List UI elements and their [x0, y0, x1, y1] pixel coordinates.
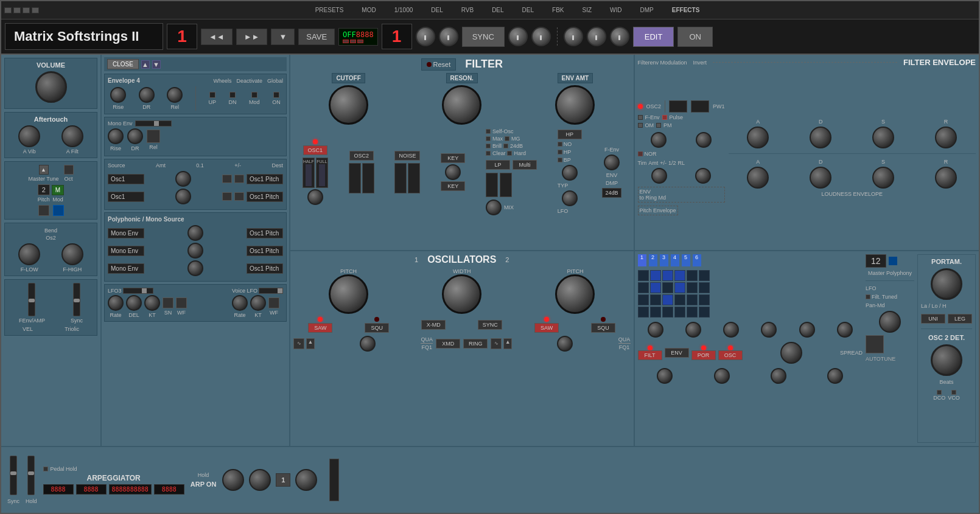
matrix-4-2[interactable]	[650, 307, 661, 318]
mono-rel-box[interactable]	[147, 130, 160, 143]
f-env-check[interactable]	[638, 115, 643, 120]
portam-knob[interactable]	[931, 268, 962, 300]
close-button[interactable]: CLOSE	[107, 59, 139, 69]
f-low-knob[interactable]	[18, 243, 40, 265]
poly-source-2[interactable]: Mono Env	[108, 246, 144, 256]
fe-d-knob[interactable]	[810, 127, 831, 148]
hold-bottom-slider[interactable]	[27, 456, 35, 495]
hp-btn[interactable]: HP	[558, 130, 582, 139]
lfo-knob[interactable]	[562, 190, 578, 206]
poly-num-display[interactable]: 12	[866, 254, 886, 268]
forward-button[interactable]: ►►	[236, 29, 268, 45]
dn-checkbox[interactable]	[229, 92, 236, 98]
on-button[interactable]: ON	[677, 27, 713, 47]
osc1-half-slider[interactable]: HALF	[303, 158, 315, 188]
brill-check[interactable]	[486, 144, 491, 148]
poly-dest-3[interactable]: Osc1 Pitch	[247, 263, 283, 274]
noise-btn[interactable]: NOISE	[394, 151, 420, 161]
matrix-1-1[interactable]	[638, 270, 649, 281]
arp-knob-3[interactable]	[295, 469, 317, 491]
vco-check[interactable]	[951, 390, 956, 395]
matrix-3-6[interactable]	[699, 294, 710, 305]
poly-amt-1[interactable]	[187, 225, 203, 241]
lfo3-rate-knob[interactable]	[108, 295, 124, 311]
bend-box1[interactable]	[38, 205, 49, 216]
matrix-1-4[interactable]	[674, 270, 685, 281]
header-knob-1[interactable]	[416, 27, 435, 46]
filterenv-knob-2[interactable]	[696, 132, 712, 148]
win-btn-min[interactable]	[13, 7, 21, 13]
voice-6-btn[interactable]: 6	[693, 254, 701, 266]
filt-tuned-check[interactable]	[866, 294, 870, 299]
matrix-4-4[interactable]	[674, 307, 685, 318]
osc-width-knob[interactable]	[442, 274, 481, 314]
matrix-3-1[interactable]	[638, 294, 649, 305]
noise-full-slider[interactable]	[408, 163, 420, 193]
saw2-btn[interactable]: SAW	[534, 323, 559, 333]
self-osc-check[interactable]	[486, 129, 491, 134]
osc1-btn[interactable]: OSC1	[303, 145, 327, 155]
bp-check[interactable]	[558, 158, 562, 162]
ring-btn[interactable]: RING	[463, 339, 488, 349]
lp-btn[interactable]: LP	[486, 160, 510, 170]
header-knob-7[interactable]	[610, 27, 629, 46]
voice-wf-box[interactable]	[268, 297, 279, 308]
squ1-btn[interactable]: SQU	[365, 323, 389, 333]
amt-box-1[interactable]	[222, 175, 232, 183]
matrix-3-5[interactable]	[687, 294, 698, 305]
matrix-1-3[interactable]	[662, 270, 673, 281]
matrix-4-3[interactable]	[662, 307, 673, 318]
matrix-2-6[interactable]	[699, 282, 710, 293]
sync-btn-osc[interactable]: SYNC	[478, 320, 502, 330]
a-vib-knob[interactable]	[18, 125, 40, 147]
bottom-knob-2[interactable]	[714, 368, 730, 384]
matrix-1-5[interactable]	[687, 270, 698, 281]
pedal-hold-check[interactable]	[43, 467, 48, 471]
fenv-slider[interactable]	[28, 283, 35, 316]
win-btn-restore[interactable]	[32, 7, 39, 13]
arp-knob-1[interactable]	[222, 469, 244, 491]
rewind-button[interactable]: ◄◄	[201, 29, 233, 45]
osc1-pitch-knob[interactable]	[329, 274, 368, 314]
osc2-btn[interactable]: OSC2	[349, 151, 374, 161]
down-button[interactable]: ▼	[271, 29, 295, 45]
typ-knob[interactable]	[562, 165, 578, 181]
sync-bottom-slider[interactable]	[10, 456, 17, 495]
source-dropdown-2[interactable]: Osc1	[108, 192, 144, 202]
fe-amt-knob[interactable]	[695, 168, 711, 184]
filterenv-knob-1[interactable]	[651, 132, 667, 148]
oct-box[interactable]	[64, 165, 74, 175]
clear-check[interactable]	[486, 151, 491, 156]
header-knob-2[interactable]	[439, 27, 458, 46]
header-knob-6[interactable]	[587, 27, 606, 46]
amt-knob-1[interactable]	[175, 171, 191, 187]
win-btn-close[interactable]	[4, 7, 12, 13]
env4-rise-knob[interactable]	[110, 87, 126, 103]
a-filt-knob[interactable]	[61, 125, 83, 147]
max-check[interactable]	[486, 136, 491, 141]
voice-3-btn[interactable]: 3	[660, 254, 668, 266]
osc2-pitch-knob[interactable]	[555, 274, 595, 314]
leg-btn[interactable]: LEG	[948, 314, 972, 324]
por-btn[interactable]: POR	[691, 350, 716, 360]
voice-5-btn[interactable]: 5	[682, 254, 690, 266]
arp-num-display[interactable]: 1	[276, 473, 290, 487]
lfo3-wf-box[interactable]	[176, 297, 187, 308]
xmd-label[interactable]: XMD	[436, 339, 460, 349]
header-knob-4[interactable]	[531, 27, 551, 46]
cutoff-knob[interactable]	[329, 85, 368, 125]
key-btn[interactable]: KEY	[441, 153, 465, 163]
matrix-4-1[interactable]	[638, 307, 649, 318]
pitch-num[interactable]: 2	[38, 184, 50, 195]
voice-knob-3[interactable]	[723, 322, 739, 338]
voice-knob-5[interactable]	[799, 322, 815, 338]
spread-knob[interactable]	[780, 342, 802, 364]
bottom-knob-1[interactable]	[657, 368, 673, 384]
squ2-btn[interactable]: SQU	[591, 323, 615, 333]
osc1-knob[interactable]	[307, 189, 323, 205]
reset-button[interactable]: Reset	[421, 58, 457, 71]
osc2-fq-knob[interactable]	[557, 336, 573, 352]
voice-knob-4[interactable]	[761, 322, 777, 338]
poly-dest-2[interactable]: Osc1 Pitch	[247, 246, 283, 256]
lfo3-kt-knob[interactable]	[144, 295, 160, 311]
